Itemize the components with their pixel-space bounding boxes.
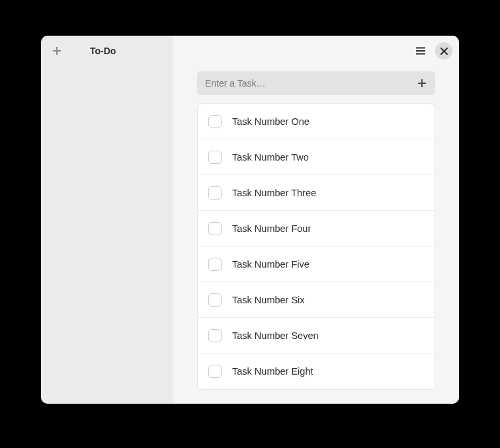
task-row[interactable]: Task Number Six: [198, 282, 435, 318]
add-list-button[interactable]: [49, 43, 65, 59]
task-row[interactable]: Task Number Eight: [198, 354, 435, 389]
task-label: Task Number Eight: [232, 366, 313, 377]
sidebar-header: To-Do: [41, 36, 173, 66]
task-checkbox[interactable]: [208, 222, 222, 235]
task-checkbox[interactable]: [208, 186, 222, 200]
task-label: Task Number Three: [232, 188, 316, 198]
task-entry-row: [197, 71, 435, 95]
svg-rect-2: [416, 54, 425, 55]
content-area: Task Number One Task Number Two Task Num…: [173, 66, 459, 404]
main-area: Task Number One Task Number Two Task Num…: [173, 36, 459, 404]
task-checkbox[interactable]: [208, 293, 222, 307]
svg-rect-0: [416, 48, 425, 49]
task-row[interactable]: Task Number Three: [198, 175, 435, 211]
task-checkbox[interactable]: [208, 329, 222, 342]
main-header: [173, 36, 459, 66]
task-row[interactable]: Task Number Four: [198, 211, 435, 246]
app-window: To-Do: [41, 36, 459, 404]
task-label: Task Number Seven: [232, 330, 319, 341]
plus-icon: [52, 46, 62, 56]
add-task-button[interactable]: [414, 75, 430, 91]
close-icon: [440, 48, 448, 55]
menu-button[interactable]: [411, 42, 430, 60]
close-button[interactable]: [435, 42, 452, 59]
task-label: Task Number Two: [232, 152, 309, 163]
task-entry-input[interactable]: [205, 78, 414, 89]
task-row[interactable]: Task Number Two: [198, 139, 435, 175]
sidebar-title: To-Do: [90, 46, 116, 56]
task-checkbox[interactable]: [208, 151, 222, 164]
task-row[interactable]: Task Number Seven: [198, 318, 435, 354]
svg-rect-1: [416, 50, 425, 52]
task-row[interactable]: Task Number One: [198, 104, 435, 139]
task-label: Task Number Six: [232, 295, 305, 305]
task-label: Task Number Four: [232, 223, 311, 234]
task-checkbox[interactable]: [208, 365, 222, 378]
task-label: Task Number Five: [232, 259, 310, 270]
sidebar: To-Do: [41, 36, 173, 404]
task-row[interactable]: Task Number Five: [198, 246, 435, 282]
hamburger-icon: [415, 46, 426, 56]
task-checkbox[interactable]: [208, 258, 222, 271]
plus-icon: [417, 78, 427, 89]
task-label: Task Number One: [232, 116, 310, 127]
task-checkbox[interactable]: [208, 115, 222, 128]
task-list: Task Number One Task Number Two Task Num…: [197, 103, 435, 390]
